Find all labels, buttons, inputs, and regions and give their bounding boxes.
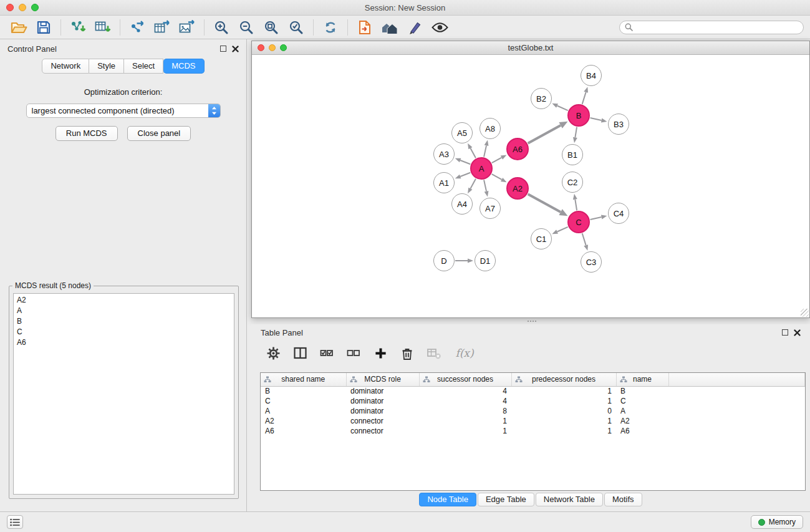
minimize-window-button[interactable] [19, 4, 26, 11]
close-window-button[interactable] [6, 4, 14, 11]
minimize-network-window-button[interactable] [269, 44, 276, 51]
graph-edge-A-A5[interactable] [470, 148, 476, 158]
table-cell[interactable]: dominator [346, 396, 419, 406]
graph-edge-A-A8[interactable] [484, 145, 486, 157]
mcds-result-item[interactable]: C [14, 327, 234, 337]
column-header-MCDS-role[interactable]: MCDS role [346, 373, 419, 386]
column-header-name[interactable]: name [616, 373, 668, 386]
graph-edge-C-C2[interactable] [575, 200, 577, 211]
delete-row-button[interactable] [399, 345, 415, 361]
table-cell[interactable]: 4 [419, 386, 511, 396]
column-header-shared-name[interactable]: shared name [261, 373, 346, 386]
tab-select[interactable]: Select [124, 59, 163, 74]
run-mcds-button[interactable]: Run MCDS [55, 126, 118, 141]
float-panel-icon[interactable] [220, 46, 226, 52]
graph-edge-A-A7[interactable] [484, 180, 486, 191]
zoom-out-button[interactable] [234, 17, 259, 37]
mcds-result-item[interactable]: A6 [14, 337, 234, 348]
zoom-fit-button[interactable] [259, 17, 284, 37]
table-cell[interactable]: dominator [346, 406, 419, 416]
graph-node-B[interactable]: B [567, 104, 590, 127]
toggle-visibility-button[interactable] [427, 17, 452, 37]
column-header-successor-nodes[interactable]: successor nodes [419, 373, 511, 386]
graph-edge-B-B2[interactable] [557, 105, 568, 110]
graph-edge-A2-C[interactable] [528, 194, 561, 212]
graph-node-A4[interactable]: A4 [451, 193, 473, 215]
table-cell[interactable]: 1 [511, 396, 616, 406]
close-table-panel-icon[interactable] [794, 329, 801, 336]
network-canvas[interactable]: B4B2BB3A8A5A6A3B1AC2A1A2A4A7C4CC1C3DD1 [252, 55, 809, 317]
close-network-window-button[interactable] [258, 44, 264, 51]
table-cell[interactable]: 0 [511, 406, 616, 416]
open-session-button[interactable] [6, 17, 31, 37]
graph-edge-A-A6[interactable] [492, 158, 502, 163]
graph-edge-A6-B[interactable] [528, 125, 561, 143]
table-cell[interactable]: 1 [511, 426, 616, 436]
show-columns-button[interactable] [292, 345, 308, 361]
graph-node-C1[interactable]: C1 [531, 228, 552, 249]
tab-style[interactable]: Style [89, 59, 124, 74]
tab-network[interactable]: Network [42, 59, 89, 74]
close-panel-icon[interactable] [232, 46, 239, 52]
panel-divider-handle[interactable] [527, 320, 537, 323]
graph-node-A8[interactable]: A8 [480, 118, 501, 139]
graph-node-D1[interactable]: D1 [475, 250, 496, 271]
graph-edge-C-C3[interactable] [582, 233, 586, 245]
table-cell[interactable]: dominator [346, 386, 419, 396]
graph-edge-C-C1[interactable] [557, 227, 568, 232]
graph-node-B2[interactable]: B2 [531, 88, 552, 109]
float-table-panel-icon[interactable] [782, 329, 788, 336]
table-cell[interactable]: C [616, 396, 668, 406]
function-builder-button[interactable]: f(x) [453, 345, 476, 361]
table-cell[interactable]: 8 [419, 406, 511, 416]
table-cell[interactable]: A [616, 406, 668, 416]
graph-node-C[interactable]: C [567, 211, 590, 233]
graph-node-A1[interactable]: A1 [433, 172, 455, 193]
graph-node-B4[interactable]: B4 [581, 65, 602, 86]
graph-edge-A-A2[interactable] [492, 174, 502, 180]
graph-edge-A-A1[interactable] [460, 173, 470, 177]
delete-table-button[interactable] [426, 345, 442, 361]
graph-node-B1[interactable]: B1 [562, 144, 583, 165]
export-table-button[interactable] [150, 17, 175, 37]
graph-node-A6[interactable]: A6 [506, 138, 529, 160]
save-session-button[interactable] [31, 17, 56, 37]
table-tab-network-table[interactable]: Network Table [536, 493, 603, 506]
graph-node-A7[interactable]: A7 [480, 198, 501, 219]
table-cell[interactable]: B [616, 386, 668, 396]
zoom-in-button[interactable] [209, 17, 234, 37]
graph-node-B3[interactable]: B3 [608, 114, 629, 135]
graph-edge-B-B3[interactable] [591, 118, 602, 120]
zoom-window-button[interactable] [31, 4, 39, 11]
graph-node-C4[interactable]: C4 [608, 203, 629, 224]
table-tab-motifs[interactable]: Motifs [604, 493, 642, 506]
graph-edge-C-C4[interactable] [591, 217, 602, 220]
add-row-button[interactable] [372, 345, 388, 361]
table-settings-button[interactable] [265, 345, 281, 361]
table-cell[interactable]: connector [346, 426, 419, 436]
graph-node-A2[interactable]: A2 [506, 177, 529, 200]
graph-node-C3[interactable]: C3 [581, 251, 602, 273]
table-cell[interactable]: 1 [419, 416, 511, 426]
graph-node-C2[interactable]: C2 [562, 172, 583, 193]
zoom-selected-button[interactable] [284, 17, 309, 37]
export-network-button[interactable] [125, 17, 150, 37]
import-network-button[interactable] [65, 17, 90, 37]
mcds-result-item[interactable]: B [14, 316, 234, 327]
refresh-button[interactable] [318, 17, 343, 37]
table-cell[interactable]: 1 [511, 386, 616, 396]
table-cell[interactable]: A2 [261, 416, 346, 426]
graph-edge-A-A4[interactable] [470, 179, 476, 189]
mcds-result-item[interactable]: A [14, 306, 234, 316]
column-header-predecessor-nodes[interactable]: predecessor nodes [511, 373, 616, 386]
mcds-result-item[interactable]: A2 [14, 295, 234, 306]
search-field[interactable] [619, 21, 804, 34]
zoom-network-window-button[interactable] [280, 44, 287, 51]
table-tab-edge-table[interactable]: Edge Table [478, 493, 534, 506]
graph-edge-B-B4[interactable] [582, 92, 586, 104]
search-input[interactable] [636, 23, 798, 32]
show-panels-button[interactable] [7, 515, 23, 529]
table-cell[interactable]: 1 [511, 416, 616, 426]
table-cell[interactable]: A6 [616, 426, 668, 436]
tab-mcds[interactable]: MCDS [163, 59, 204, 74]
